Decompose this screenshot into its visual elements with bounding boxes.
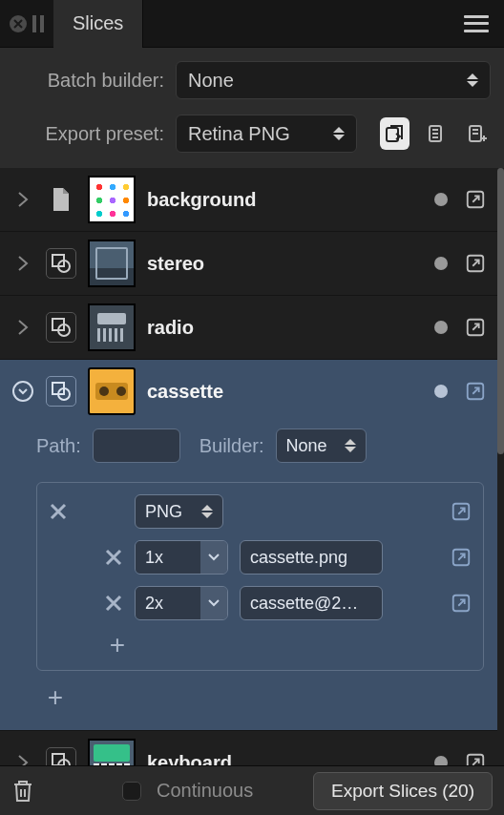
- disclosure-button[interactable]: [11, 380, 34, 403]
- builder-select[interactable]: None: [276, 428, 367, 463]
- scale-value: 1x: [145, 548, 163, 568]
- slice-expanded-settings: Path: Builder: None PNG: [0, 423, 497, 731]
- slice-name: background: [147, 189, 256, 211]
- quick-export-button[interactable]: [465, 253, 486, 274]
- tab-bar: Slices: [0, 0, 504, 48]
- scale-select[interactable]: 1x: [135, 540, 228, 575]
- chevron-down-icon: [200, 587, 227, 619]
- export-slices-label: Export Slices (20): [331, 781, 474, 802]
- filename-value: cassette@2…: [250, 594, 358, 614]
- stepper-icon: [345, 439, 356, 452]
- visibility-toggle[interactable]: [434, 193, 448, 206]
- slice-row[interactable]: stereo: [0, 232, 497, 296]
- visibility-toggle[interactable]: [434, 756, 448, 765]
- disclosure-button[interactable]: [11, 751, 34, 765]
- quick-export-button[interactable]: [465, 752, 486, 765]
- slice-row-selected[interactable]: cassette: [0, 360, 497, 423]
- batch-builder-label: Batch builder:: [13, 70, 164, 92]
- continuous-checkbox[interactable]: [122, 782, 141, 801]
- preset-add-button[interactable]: [461, 117, 491, 150]
- path-label: Path:: [36, 435, 81, 457]
- shape-icon: [46, 376, 76, 407]
- svg-point-10: [13, 382, 32, 401]
- export-preset-select[interactable]: Retina PNG: [176, 115, 357, 153]
- export-controls: Batch builder: None Export preset: Retin…: [0, 48, 504, 168]
- remove-variant-button[interactable]: [104, 548, 123, 567]
- remove-variant-button[interactable]: [104, 594, 123, 613]
- slice-list: background stereo: [0, 168, 497, 765]
- stepper-icon: [333, 127, 345, 140]
- slice-row[interactable]: background: [0, 168, 497, 232]
- chevron-down-icon: [200, 541, 227, 574]
- filename-value: cassette.png: [250, 548, 347, 568]
- batch-builder-select[interactable]: None: [176, 61, 491, 99]
- scale-select[interactable]: 2x: [135, 586, 228, 620]
- quick-export-button[interactable]: [465, 317, 486, 338]
- slice-thumbnail: [88, 367, 136, 415]
- slice-name: radio: [147, 317, 194, 339]
- variant-export-button[interactable]: [451, 547, 472, 568]
- variant-export-button[interactable]: [451, 593, 472, 614]
- visibility-toggle[interactable]: [434, 385, 448, 398]
- export-preset-label: Export preset:: [13, 123, 164, 145]
- tab-slices[interactable]: Slices: [53, 0, 143, 48]
- panel-menu-button[interactable]: [464, 15, 489, 32]
- export-preset-value: Retina PNG: [188, 123, 290, 145]
- file-format-select[interactable]: PNG: [135, 494, 223, 529]
- page-icon: [46, 184, 76, 215]
- preset-copy-button[interactable]: [421, 117, 451, 150]
- visibility-toggle[interactable]: [434, 321, 448, 334]
- bottom-bar: Continuous Export Slices (20): [0, 765, 504, 815]
- slice-name: keyboard: [147, 752, 232, 766]
- filename-field[interactable]: cassette@2…: [240, 586, 383, 620]
- add-variant-button[interactable]: +: [104, 632, 131, 658]
- close-panel-button[interactable]: [10, 15, 27, 32]
- slice-thumbnail: [88, 739, 136, 765]
- quick-export-button[interactable]: [465, 189, 486, 210]
- delete-slice-button[interactable]: [11, 779, 34, 804]
- variant-row: 2x cassette@2…: [49, 586, 472, 620]
- builder-label: Builder:: [200, 435, 264, 457]
- preset-apply-button[interactable]: [380, 117, 410, 150]
- disclosure-button[interactable]: [11, 252, 34, 275]
- filename-field[interactable]: cassette.png: [240, 540, 383, 575]
- shape-icon: [46, 747, 76, 765]
- builder-value: None: [286, 436, 327, 456]
- file-format-value: PNG: [145, 502, 182, 522]
- stepper-icon: [201, 505, 213, 518]
- svg-rect-19: [468, 755, 484, 765]
- slice-row[interactable]: keyboard: [0, 731, 497, 765]
- scrollbar-track[interactable]: [497, 168, 504, 765]
- disclosure-button[interactable]: [11, 316, 34, 339]
- scale-value: 2x: [145, 594, 163, 614]
- tab-label: Slices: [73, 12, 123, 34]
- shape-icon: [46, 248, 76, 279]
- dock-handle-icon[interactable]: [32, 15, 44, 32]
- export-slices-button[interactable]: Export Slices (20): [313, 772, 493, 810]
- scrollbar-thumb[interactable]: [497, 168, 504, 454]
- slice-name: stereo: [147, 253, 204, 275]
- slice-thumbnail: [88, 303, 136, 351]
- batch-builder-value: None: [188, 70, 234, 92]
- shape-icon: [46, 312, 76, 343]
- path-input[interactable]: [93, 428, 180, 463]
- slice-row[interactable]: radio: [0, 296, 497, 360]
- stepper-icon: [467, 73, 478, 87]
- format-export-button[interactable]: [451, 501, 472, 522]
- add-format-button[interactable]: +: [42, 684, 69, 711]
- remove-format-button[interactable]: [49, 502, 68, 521]
- disclosure-button[interactable]: [11, 188, 34, 211]
- slice-thumbnail: [88, 240, 136, 287]
- quick-export-button[interactable]: [465, 381, 486, 402]
- visibility-toggle[interactable]: [434, 257, 448, 270]
- continuous-label: Continuous: [157, 780, 253, 802]
- slice-name: cassette: [147, 381, 223, 403]
- variant-row: 1x cassette.png: [49, 540, 472, 575]
- slice-thumbnail: [88, 176, 136, 223]
- format-block: PNG 1x cassette.png: [36, 482, 484, 671]
